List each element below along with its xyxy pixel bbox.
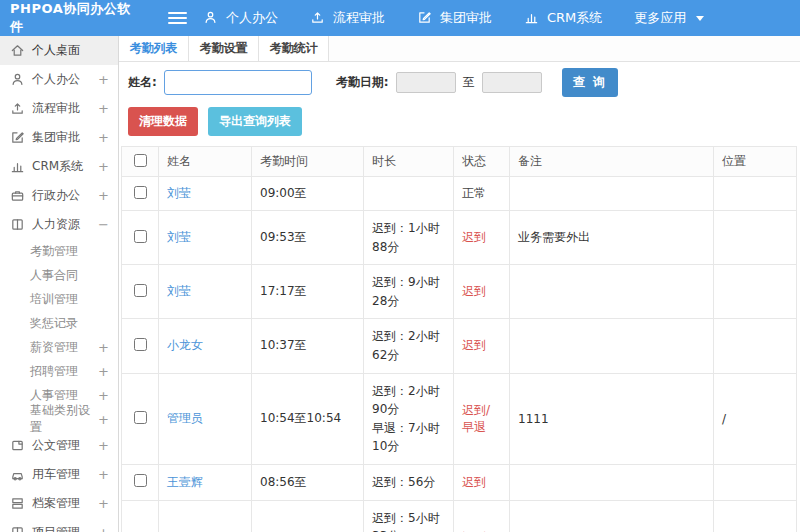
sidebar-item-label: 行政办公 <box>32 187 80 204</box>
table-row: 刘莹09:53至迟到：1小时88分迟到业务需要外出 <box>122 211 797 265</box>
expand-toggle-icon[interactable]: + <box>98 439 109 452</box>
expand-toggle-icon[interactable]: + <box>98 160 109 173</box>
app-logo: PHPOA协同办公软件 <box>0 0 140 36</box>
expand-toggle-icon[interactable]: + <box>98 131 109 144</box>
edit-icon <box>10 130 25 145</box>
expand-toggle-icon[interactable]: + <box>98 497 109 510</box>
employee-name-link[interactable]: 刘莹 <box>167 284 191 298</box>
expand-toggle-icon[interactable]: + <box>98 468 109 481</box>
remark-cell <box>510 265 714 319</box>
row-checkbox-cell <box>122 500 159 532</box>
row-checkbox[interactable] <box>134 338 147 351</box>
expand-toggle-icon[interactable]: + <box>98 526 109 532</box>
name-input[interactable] <box>164 70 312 95</box>
nav-item-集团审批[interactable]: 集团审批 <box>417 9 492 27</box>
status-badge: 迟到 <box>462 338 486 352</box>
tab-考勤统计[interactable]: 考勤统计 <box>259 36 329 61</box>
sidebar-item-个人办公[interactable]: 个人办公+ <box>0 65 118 94</box>
location-cell <box>714 464 797 500</box>
tab-考勤设置[interactable]: 考勤设置 <box>189 36 259 61</box>
sidebar-subitem-基础类别设置[interactable]: 基础类别设置+ <box>0 407 118 431</box>
row-checkbox[interactable] <box>134 411 147 424</box>
sidebar-item-行政办公[interactable]: 行政办公+ <box>0 181 118 210</box>
name-cell: 刘莹 <box>159 211 252 265</box>
edit-icon <box>417 10 433 26</box>
sidebar-submenu: 考勤管理人事合同培训管理奖惩记录薪资管理+招聘管理+人事管理+基础类别设置+ <box>0 239 118 431</box>
nav-item-更多应用[interactable]: 更多应用 <box>634 9 704 27</box>
row-checkbox[interactable] <box>134 284 147 297</box>
expand-toggle-icon[interactable]: + <box>98 365 109 378</box>
employee-name-link[interactable]: 管理员 <box>167 411 203 425</box>
row-checkbox-cell <box>122 319 159 373</box>
column-header-时长: 时长 <box>364 147 454 177</box>
table-header-row: 姓名考勤时间时长状态备注位置 <box>122 147 797 177</box>
name-label: 姓名: <box>128 74 157 91</box>
expand-toggle-icon[interactable]: + <box>98 73 109 86</box>
sidebar-subitem-人事合同[interactable]: 人事合同 <box>0 263 118 287</box>
nav-item-流程审批[interactable]: 流程审批 <box>310 9 385 27</box>
date-from-input[interactable] <box>396 72 456 93</box>
user-icon <box>10 72 25 87</box>
column-header-考勤时间: 考勤时间 <box>252 147 364 177</box>
employee-name-link[interactable]: 王壹辉 <box>167 475 203 489</box>
name-cell: 刘莹 <box>159 177 252 211</box>
duration-line: 早退：7小时10分 <box>372 419 445 456</box>
sidebar-item-档案管理[interactable]: 档案管理+ <box>0 489 118 518</box>
column-header-状态: 状态 <box>454 147 510 177</box>
sidebar-subitem-考勤管理[interactable]: 考勤管理 <box>0 239 118 263</box>
expand-toggle-icon[interactable]: + <box>98 341 109 354</box>
sidebar-item-label: CRM系统 <box>32 158 83 175</box>
select-all-checkbox[interactable] <box>134 154 147 167</box>
nav-item-个人办公[interactable]: 个人办公 <box>203 9 278 27</box>
status-badge: 正常 <box>462 186 486 200</box>
sidebar-item-用车管理[interactable]: 用车管理+ <box>0 460 118 489</box>
sidebar-subitem-培训管理[interactable]: 培训管理 <box>0 287 118 311</box>
search-button[interactable]: 查 询 <box>562 68 618 97</box>
table-row: 王壹辉08:56至迟到：56分迟到 <box>122 464 797 500</box>
book-icon <box>10 217 25 232</box>
briefcase-icon <box>10 188 25 203</box>
row-checkbox[interactable] <box>134 186 147 199</box>
employee-name-link[interactable]: 小龙女 <box>167 338 203 352</box>
nav-item-CRM系统[interactable]: CRM系统 <box>524 9 602 27</box>
clean-data-button[interactable]: 清理数据 <box>128 107 198 136</box>
sidebar-subitem-招聘管理[interactable]: 招聘管理+ <box>0 359 118 383</box>
expand-toggle-icon[interactable]: − <box>98 218 109 231</box>
sidebar-item-label: 档案管理 <box>32 495 80 512</box>
sidebar-subitem-奖惩记录[interactable]: 奖惩记录 <box>0 311 118 335</box>
expand-toggle-icon[interactable]: + <box>98 189 109 202</box>
table-row: 黄蓉13:20至13:20迟到：5小时33分早退：4小时67分迟到/早退/ <box>122 500 797 532</box>
expand-toggle-icon[interactable]: + <box>98 413 109 426</box>
date-to-label: 至 <box>463 74 475 91</box>
time-cell: 08:56至 <box>252 464 364 500</box>
row-checkbox-cell <box>122 177 159 211</box>
export-list-button[interactable]: 导出查询列表 <box>208 107 302 136</box>
employee-name-link[interactable]: 刘莹 <box>167 186 191 200</box>
sidebar: 个人桌面个人办公+流程审批+集团审批+CRM系统+行政办公+人力资源−考勤管理人… <box>0 36 119 532</box>
duration-cell <box>364 177 454 211</box>
sidebar-subitem-label: 薪资管理 <box>30 339 78 356</box>
menu-toggle-icon[interactable] <box>168 12 187 24</box>
expand-toggle-icon[interactable]: + <box>98 389 109 402</box>
row-checkbox-cell <box>122 265 159 319</box>
expand-toggle-icon[interactable]: + <box>98 102 109 115</box>
sidebar-item-个人桌面[interactable]: 个人桌面 <box>0 36 118 65</box>
sidebar-item-CRM系统[interactable]: CRM系统+ <box>0 152 118 181</box>
sidebar-item-人力资源[interactable]: 人力资源− <box>0 210 118 239</box>
remark-cell <box>510 500 714 532</box>
sidebar-item-集团审批[interactable]: 集团审批+ <box>0 123 118 152</box>
duration-line: 迟到：56分 <box>372 473 445 492</box>
row-checkbox[interactable] <box>134 474 147 487</box>
time-cell: 09:53至 <box>252 211 364 265</box>
sidebar-item-项目管理[interactable]: 项目管理+ <box>0 518 118 532</box>
sidebar-subitem-薪资管理[interactable]: 薪资管理+ <box>0 335 118 359</box>
duration-cell: 迟到：1小时88分 <box>364 211 454 265</box>
chart-icon <box>524 10 540 26</box>
main-layout: 个人桌面个人办公+流程审批+集团审批+CRM系统+行政办公+人力资源−考勤管理人… <box>0 36 800 532</box>
date-to-input[interactable] <box>482 72 542 93</box>
table-row: 管理员10:54至10:54迟到：2小时90分早退：7小时10分迟到/早退111… <box>122 373 797 464</box>
sidebar-item-流程审批[interactable]: 流程审批+ <box>0 94 118 123</box>
tab-考勤列表[interactable]: 考勤列表 <box>119 36 189 61</box>
employee-name-link[interactable]: 刘莹 <box>167 230 191 244</box>
row-checkbox[interactable] <box>134 230 147 243</box>
